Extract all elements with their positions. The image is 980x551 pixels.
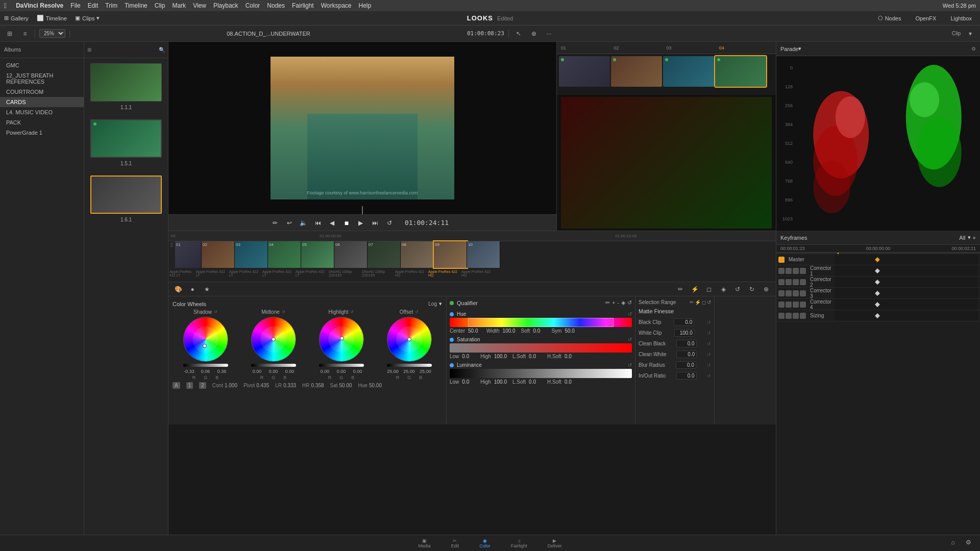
mark-in-btn[interactable]: ✏: [270, 218, 280, 228]
sr-tool-2[interactable]: ⚡: [695, 299, 701, 305]
lum-low-val[interactable]: 0.0: [462, 379, 477, 385]
kf-c2-track[interactable]: [835, 277, 978, 287]
timeline-clip-10[interactable]: 10: [467, 241, 500, 268]
media-search-icon[interactable]: 🔍: [159, 47, 165, 53]
speaker-btn[interactable]: 🔈: [299, 218, 309, 228]
menu-timeline[interactable]: Timeline: [125, 2, 148, 9]
mini-thumb-03[interactable]: [663, 56, 714, 87]
media-clip-3[interactable]: 1.6.1: [84, 170, 168, 227]
menu-playback[interactable]: Playback: [213, 2, 238, 9]
sr-tool-4[interactable]: ↺: [707, 299, 711, 305]
wheel-highlight-reset[interactable]: ↺: [350, 310, 354, 314]
timeline-clip-03[interactable]: 03: [235, 241, 268, 268]
ct-eyedropper[interactable]: ✏: [675, 284, 686, 295]
skip-back-btn[interactable]: ⏮: [313, 218, 323, 228]
sat-hsoft-val[interactable]: 0.0: [565, 354, 580, 359]
matte-cleanwhite-val[interactable]: [676, 350, 697, 358]
media-thumb-1[interactable]: [90, 63, 162, 102]
stop-btn[interactable]: ■: [341, 218, 352, 228]
ct-btn-3[interactable]: ★: [201, 284, 212, 295]
play-btn[interactable]: ▶: [356, 218, 366, 228]
viewer-canvas-area[interactable]: Footage courtesy of www.harrisonfreelanc…: [168, 42, 556, 214]
media-thumb-2[interactable]: [90, 119, 162, 158]
bottom-settings[interactable]: ⚙: [963, 537, 974, 548]
kf-sizing-track[interactable]: [835, 310, 978, 321]
lightbox-btn[interactable]: Lightbox: [946, 11, 976, 25]
sidebar-item-references[interactable]: 12_JUST BREATH REFERENCES: [0, 70, 84, 87]
sat-lsoft-val[interactable]: 0.0: [529, 354, 544, 359]
wheel-offset-slider[interactable]: [387, 364, 432, 367]
wheel-shadow-circle[interactable]: [183, 317, 228, 362]
menu-fairlight[interactable]: Fairlight: [292, 2, 314, 9]
timeline-tab[interactable]: ⬜ Timeline: [33, 11, 71, 25]
lum-gradient[interactable]: [450, 369, 632, 378]
media-clip-1[interactable]: 1.1.1: [84, 58, 168, 114]
nav-edit[interactable]: ✂ Edit: [451, 538, 459, 548]
play-reverse-btn[interactable]: ↩: [284, 218, 295, 228]
kf-master-diamond[interactable]: [875, 257, 880, 262]
wheel-shadow-reset[interactable]: ↺: [214, 310, 217, 314]
hue-sym-val[interactable]: 50.0: [565, 328, 580, 334]
zoom-tool[interactable]: ⊕: [528, 28, 540, 39]
q-eyedropper[interactable]: ✏: [605, 299, 610, 306]
ct-undo[interactable]: ↺: [732, 284, 743, 295]
matte-whiteclip-val[interactable]: [674, 329, 695, 337]
menu-mark[interactable]: Mark: [172, 2, 186, 9]
mini-thumb-02[interactable]: [611, 56, 662, 87]
matte-blurradius-val[interactable]: [676, 361, 696, 369]
sidebar-item-musicvideo[interactable]: L4. MUSIC VIDEO: [0, 107, 84, 117]
hue-soft-val[interactable]: 0.0: [533, 328, 548, 334]
bc-cont-val[interactable]: 1.000: [225, 383, 237, 388]
matte-inoutratio-reset[interactable]: ↺: [707, 373, 711, 379]
timeline-clip-09[interactable]: 09: [434, 241, 467, 268]
hue-width-val[interactable]: 100.0: [503, 328, 518, 334]
kf-c4-diamond[interactable]: [875, 302, 880, 307]
timeline-clip-06[interactable]: 06: [334, 241, 368, 268]
timeline-clip-04[interactable]: 04: [268, 241, 301, 268]
clips-tab[interactable]: ▣ Clips ▾: [71, 11, 104, 25]
bc-2[interactable]: 2: [199, 382, 206, 389]
scopes-dropdown[interactable]: ▾: [798, 45, 801, 52]
media-thumb-3[interactable]: [90, 176, 162, 214]
wheel-shadow-slider[interactable]: [183, 364, 228, 367]
sat-reset[interactable]: ↺: [628, 337, 632, 342]
list-btn[interactable]: ≡: [19, 28, 31, 39]
wheel-highlight-slider[interactable]: [319, 364, 364, 367]
cursor-tool[interactable]: ↖: [513, 28, 524, 39]
matte-inoutratio-val[interactable]: [676, 372, 697, 380]
menu-edit[interactable]: Edit: [88, 2, 99, 9]
zoom-select[interactable]: 25%: [39, 29, 65, 38]
sat-high-val[interactable]: 100.0: [494, 354, 509, 359]
menu-file[interactable]: File: [70, 2, 80, 9]
ct-qualifier[interactable]: ⚡: [689, 284, 700, 295]
hue-center-val[interactable]: 50.0: [468, 328, 483, 334]
clip-dropdown[interactable]: ▾: [965, 28, 976, 39]
q-reset[interactable]: ↺: [627, 299, 632, 306]
ct-more[interactable]: ⊕: [761, 284, 772, 295]
timeline-clip-07[interactable]: 07: [368, 241, 401, 268]
menu-nodes[interactable]: Nodes: [267, 2, 285, 9]
sat-low-val[interactable]: 0.0: [462, 354, 477, 359]
loop-btn[interactable]: ↺: [384, 218, 395, 228]
menu-trim[interactable]: Trim: [105, 2, 117, 9]
bc-lr-val[interactable]: 0.333: [283, 383, 296, 388]
lum-reset[interactable]: ↺: [628, 362, 632, 368]
sr-tool-3[interactable]: ◻: [702, 299, 706, 305]
app-name[interactable]: DaVinci Resolve: [16, 2, 63, 9]
lum-lsoft-val[interactable]: 0.0: [529, 379, 544, 385]
step-back-btn[interactable]: ◀: [327, 218, 337, 228]
wheel-midtone-reset[interactable]: ↺: [282, 310, 285, 314]
timeline-clip-05[interactable]: 05: [301, 241, 334, 268]
matte-cleanwhite-reset[interactable]: ↺: [707, 352, 711, 357]
sr-tool-1[interactable]: ✏: [690, 299, 694, 305]
menu-color[interactable]: Color: [246, 2, 260, 9]
wheels-mode[interactable]: Log ▾: [428, 300, 442, 307]
kf-c3-diamond[interactable]: [875, 291, 880, 296]
scopes-settings[interactable]: ⚙: [971, 46, 976, 52]
kf-filter-dropdown[interactable]: ▾: [968, 234, 971, 241]
wheel-offset-reset[interactable]: ↺: [415, 310, 419, 314]
openfx-btn[interactable]: OpenFX: [911, 11, 940, 25]
kf-c4-track[interactable]: [835, 299, 978, 310]
skip-fwd-btn[interactable]: ⏭: [370, 218, 380, 228]
menu-workspace[interactable]: Workspace: [321, 2, 352, 9]
